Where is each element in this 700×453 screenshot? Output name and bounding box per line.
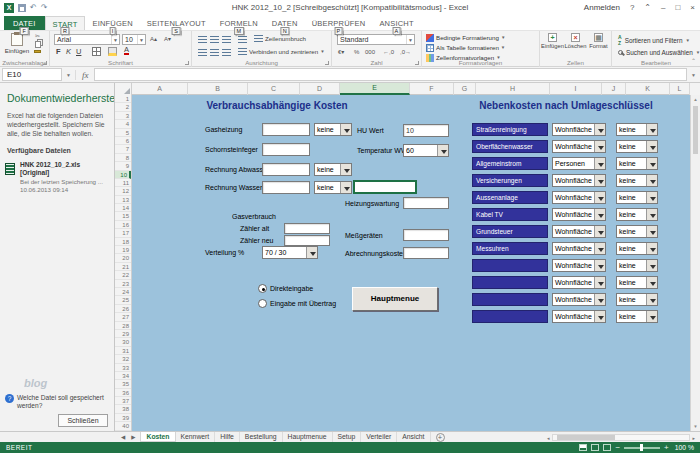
column-header-D[interactable]: D [300, 83, 340, 95]
dropdown-arrow-icon[interactable] [646, 124, 657, 135]
dropdown-arrow-icon[interactable] [594, 209, 605, 220]
paste-button[interactable]: Einfügen [4, 32, 30, 54]
none-dropdown[interactable]: keine [616, 191, 658, 204]
sheet-tab-bestellung[interactable]: Bestellung [240, 432, 283, 442]
row-header-14[interactable]: 14 [115, 204, 131, 212]
sign-in-button[interactable]: Anmelden [579, 0, 625, 16]
verteilung-dropdown[interactable]: 70 / 30 [262, 246, 318, 259]
none-dropdown[interactable]: keine [616, 140, 658, 153]
formula-bar-expand-icon[interactable]: ▼ [687, 72, 700, 78]
name-box-dropdown-icon[interactable]: ▼ [62, 72, 75, 78]
row-header-26[interactable]: 26 [115, 305, 131, 313]
row-header-11[interactable]: 11 [115, 179, 131, 187]
allocation-dropdown[interactable]: Wohnfläche [552, 140, 606, 153]
scroll-down-icon[interactable]: ▼ [691, 422, 700, 431]
dropdown-arrow-icon[interactable] [594, 226, 605, 237]
next-sheet-icon[interactable]: ▶ [128, 432, 138, 442]
column-header-G[interactable]: G [454, 83, 476, 95]
ribbon-tab-seitenlayout[interactable]: SEITENLAYOUTS [140, 16, 213, 30]
comma-format-icon[interactable]: 000 [365, 48, 375, 56]
sheet-tab-ansicht[interactable]: Ansicht [397, 432, 430, 442]
allocation-dropdown[interactable]: Wohnfläche [552, 259, 606, 272]
row-header-5[interactable]: 5 [115, 129, 131, 137]
none-dropdown[interactable]: keine [616, 174, 658, 187]
dropdown-arrow-icon[interactable] [646, 243, 657, 254]
normal-view-icon[interactable] [579, 444, 587, 451]
dropdown-arrow-icon[interactable] [646, 192, 657, 203]
allocation-dropdown[interactable]: Wohnfläche [552, 191, 606, 204]
sheet-tab-hilfe[interactable]: Hilfe [215, 432, 240, 442]
dropdown-arrow-icon[interactable] [646, 175, 657, 186]
hu-wert-input[interactable]: 10 [403, 124, 449, 137]
italic-button[interactable]: K [66, 47, 71, 56]
selected-cell[interactable] [353, 180, 417, 194]
borders-icon[interactable] [92, 47, 101, 56]
ribbon-tab-start[interactable]: STARTR [45, 16, 86, 30]
align-bottom-icon[interactable] [222, 36, 231, 43]
dropdown-arrow-icon[interactable] [594, 141, 605, 152]
none-dropdown[interactable]: keine [314, 163, 352, 176]
wrap-text-button[interactable]: Zeilenumbruch [254, 35, 306, 42]
ribbon-tab-daten[interactable]: DATENN [265, 16, 305, 30]
dropdown-arrow-icon[interactable] [646, 311, 657, 322]
help-icon[interactable]: ? [625, 0, 639, 16]
none-dropdown[interactable]: keine [314, 181, 352, 194]
dropdown-arrow-icon[interactable] [594, 243, 605, 254]
field-input[interactable] [262, 181, 310, 194]
dropdown-arrow-icon[interactable] [594, 294, 605, 305]
row-header-37[interactable]: 37 [115, 397, 131, 405]
sort-filter-button[interactable]: AZSortieren und Filtern▼ [618, 35, 690, 45]
allocation-dropdown[interactable]: Wohnfläche [552, 310, 606, 323]
dropdown-arrow-icon[interactable] [646, 260, 657, 271]
radio-option[interactable]: Direkteingabe [258, 284, 313, 293]
vertical-scrollbar-thumb[interactable] [693, 106, 698, 154]
formula-input[interactable] [94, 68, 687, 81]
zoom-out-icon[interactable]: − [615, 444, 620, 452]
row-header-7[interactable]: 7 [115, 145, 131, 153]
dropdown-arrow-icon[interactable] [340, 124, 351, 135]
dialog-launcher-icon[interactable] [185, 61, 189, 65]
column-header-L[interactable]: L [670, 83, 690, 95]
field-input[interactable] [262, 143, 310, 156]
none-dropdown[interactable]: keine [616, 293, 658, 306]
none-dropdown[interactable]: keine [616, 123, 658, 136]
ribbon-tab-datei[interactable]: DATEIF [4, 16, 45, 30]
column-header-K[interactable]: K [626, 83, 670, 95]
dropdown-arrow-icon[interactable]: ▼ [111, 35, 119, 44]
row-header-23[interactable]: 23 [115, 280, 131, 288]
ribbon-tab-einfügen[interactable]: EINFÜGENI [85, 16, 139, 30]
row-header-9[interactable]: 9 [115, 162, 131, 170]
none-dropdown[interactable]: keine [616, 259, 658, 272]
sheet-tab-verteiler[interactable]: Verteiler [361, 432, 397, 442]
row-header-10[interactable]: 10 [115, 171, 131, 179]
dropdown-arrow-icon[interactable] [594, 260, 605, 271]
ribbon-tab-formeln[interactable]: FORMELNM [213, 16, 265, 30]
sheet-tab-hauptmenue[interactable]: Hauptmenue [283, 432, 333, 442]
horizontal-scrollbar-thumb[interactable] [557, 435, 615, 440]
close-panel-button[interactable]: Schließen [58, 414, 108, 427]
row-header-15[interactable]: 15 [115, 212, 131, 220]
name-box[interactable]: E10 [2, 68, 62, 81]
percent-format-icon[interactable]: % [354, 48, 359, 56]
none-dropdown[interactable]: keine [314, 123, 352, 136]
row-header-13[interactable]: 13 [115, 196, 131, 204]
row-header-39[interactable]: 39 [115, 414, 131, 422]
heizungswartung-input[interactable] [403, 197, 449, 209]
column-header-E[interactable]: E [340, 83, 410, 95]
zoom-slider[interactable] [624, 447, 660, 449]
scroll-right-icon[interactable]: ▸ [690, 435, 697, 441]
sheet-tab-setup[interactable]: Setup [333, 432, 362, 442]
page-layout-view-icon[interactable] [591, 444, 599, 451]
zoom-level[interactable]: 100 % [673, 444, 694, 451]
decrease-decimal-icon[interactable]: ,0→ [400, 48, 411, 56]
dropdown-arrow-icon[interactable] [340, 182, 351, 193]
column-header-F[interactable]: F [410, 83, 454, 95]
field-input[interactable] [262, 123, 310, 136]
zoom-slider-thumb[interactable] [640, 444, 643, 451]
sheet-tab-kennwert[interactable]: Kennwert [176, 432, 216, 442]
accounting-format-icon[interactable]: €▾ [338, 48, 344, 56]
column-header-B[interactable]: B [188, 83, 248, 95]
row-header-19[interactable]: 19 [115, 246, 131, 254]
worksheet-area[interactable]: Verbrauchsabhängige Kosten Nebenkosten n… [132, 95, 690, 431]
scroll-up-icon[interactable]: ▲ [691, 95, 700, 104]
